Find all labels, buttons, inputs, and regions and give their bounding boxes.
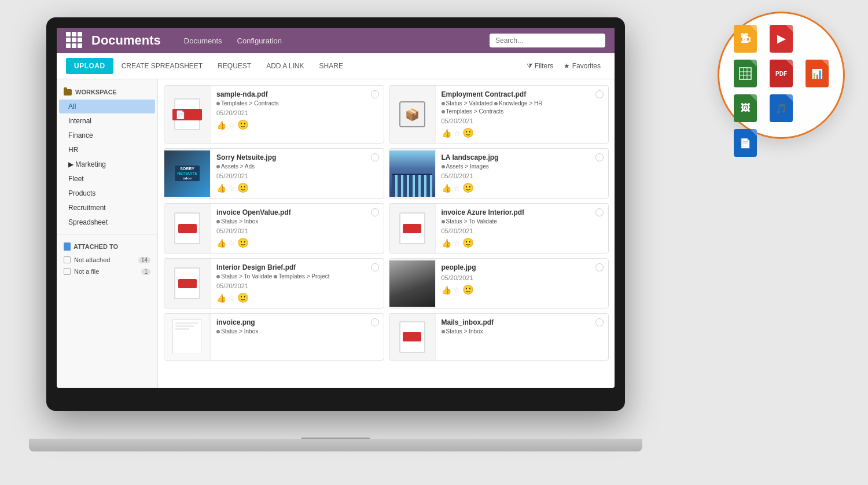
smiley-icon[interactable]: 🙂 (462, 127, 474, 138)
star-icon[interactable]: ☆ (228, 120, 236, 130)
card-checkbox[interactable] (595, 318, 604, 326)
sidebar-item-spreadsheet[interactable]: Spreadsheet (59, 215, 155, 229)
document-file-icon: 📄 (734, 129, 757, 157)
thumbsup-icon[interactable]: 👍 (442, 238, 451, 248)
smiley-icon[interactable]: 🙂 (462, 284, 474, 295)
doc-card-la-landscape[interactable]: LA landscape.jpg Assets > Images 05/20/2… (389, 148, 609, 199)
doc-tag-1: Status > To Validate (216, 273, 272, 280)
doc-title: invoice Azure Interior.pdf (442, 208, 603, 216)
sidebar-item-recruitment[interactable]: Recruitment (59, 201, 155, 215)
doc-tag: Status > Inbox (216, 218, 258, 225)
doc-actions: 👍 ☆ 🙂 (216, 292, 378, 303)
doc-card-sorry[interactable]: SORRY NETSUITE odoo Sorry Netsuite.jpg (164, 148, 384, 199)
card-checkbox[interactable] (371, 318, 379, 326)
not-a-file-checkbox[interactable] (64, 268, 71, 275)
doc-title: invoice OpenValue.pdf (216, 208, 378, 216)
doc-info: invoice Azure Interior.pdf Status > To V… (436, 204, 609, 253)
document-grid: 📄 PDF sample-nda.pdf (164, 85, 609, 361)
star-icon[interactable]: ☆ (453, 128, 461, 138)
sidebar-item-all[interactable]: All (59, 100, 155, 113)
invoice-preview (172, 319, 201, 354)
empty-slot-2 (806, 94, 829, 122)
card-checkbox[interactable] (371, 90, 379, 98)
smiley-icon[interactable]: 🙂 (237, 237, 249, 248)
star-icon[interactable]: ☆ (453, 183, 461, 193)
doc-actions: 👍 ☆ 🙂 (216, 182, 378, 193)
search-input[interactable] (490, 34, 605, 47)
doc-card-invoice-png[interactable]: invoice.png Status > Inbox (164, 313, 384, 361)
nav-link-configuration[interactable]: Configuration (231, 33, 288, 49)
create-spreadsheet-button[interactable]: CREATE SPREADSHEET (115, 58, 209, 74)
pdf-badge: PDF (178, 279, 197, 288)
tag-dot (216, 165, 220, 168)
doc-title: invoice.png (216, 318, 378, 326)
smiley-icon[interactable]: 🙂 (237, 182, 249, 193)
nav-links: Documents Configuration (178, 33, 288, 49)
sidebar-item-marketing[interactable]: ▶ Marketing (59, 157, 155, 171)
thumbsup-icon[interactable]: 👍 (442, 285, 451, 295)
card-checkbox[interactable] (595, 208, 604, 216)
thumbsup-icon[interactable]: 👍 (442, 128, 451, 138)
star-icon[interactable]: ☆ (228, 238, 236, 248)
pdf-badge: PDF (403, 332, 421, 341)
card-checkbox[interactable] (595, 263, 604, 271)
sidebar-item-products[interactable]: Products (59, 186, 155, 200)
star-icon[interactable]: ☆ (453, 285, 461, 295)
doc-card-invoice-azure[interactable]: PDF invoice Azure Interior.pdf (389, 203, 609, 253)
attached-not-a-file[interactable]: Not a file 1 (57, 266, 157, 277)
doc-card-people[interactable]: people.jpg 05/20/2021 👍 ☆ 🙂 (389, 258, 609, 308)
smiley-icon[interactable]: 🙂 (462, 237, 474, 248)
sidebar-item-hr[interactable]: HR (59, 143, 155, 157)
card-checkbox[interactable] (595, 153, 604, 161)
doc-actions: 👍 ☆ 🙂 (442, 284, 603, 295)
doc-tags: Status > To Validate (442, 218, 603, 225)
doc-card-sample-nda[interactable]: 📄 PDF sample-nda.pdf (164, 85, 384, 144)
doc-info: invoice.png Status > Inbox (211, 314, 384, 360)
smiley-icon[interactable]: 🙂 (237, 119, 249, 130)
request-button[interactable]: REQUEST (211, 58, 258, 74)
favorites-button[interactable]: ★ Favorites (559, 59, 605, 73)
not-attached-checkbox[interactable] (64, 256, 71, 263)
doc-tag-2: Knowledge > HR (494, 100, 542, 106)
sidebar-item-internal[interactable]: Internal (59, 114, 155, 128)
doc-info: Mails_inbox.pdf Status > Inbox (436, 314, 609, 360)
star-icon[interactable]: ☆ (453, 238, 461, 248)
star-icon[interactable]: ☆ (228, 293, 236, 303)
thumbsup-icon[interactable]: 👍 (216, 238, 226, 248)
star-icon[interactable]: ☆ (228, 183, 236, 193)
sidebar: WORKSPACE All Internal Finance HR ▶ Mark… (57, 79, 158, 388)
thumbsup-icon[interactable]: 👍 (216, 120, 226, 130)
card-checkbox[interactable] (595, 90, 604, 98)
upload-button[interactable]: UPLOAD (66, 58, 113, 74)
grid-menu-icon[interactable] (66, 32, 83, 49)
doc-card-interior-design[interactable]: PDF Interior Design Brief.pdf (164, 258, 384, 308)
doc-actions: 👍 ☆ 🙂 (216, 237, 378, 248)
nav-link-documents[interactable]: Documents (178, 33, 228, 49)
tag-dot (442, 330, 445, 333)
thumbsup-icon[interactable]: 👍 (442, 183, 451, 193)
sidebar-item-finance[interactable]: Finance (59, 128, 155, 142)
people-image (389, 260, 435, 307)
share-button[interactable]: SHARE (312, 58, 350, 74)
thumbsup-icon[interactable]: 👍 (216, 183, 226, 193)
smiley-icon[interactable]: 🙂 (462, 182, 474, 193)
app-title: Documents (91, 33, 161, 48)
file-type-icons-circle: 🗜 ▶ PDF 📊 🖼 🎵 (718, 12, 845, 139)
doc-title: LA landscape.jpg (442, 153, 603, 161)
card-checkbox[interactable] (371, 153, 379, 161)
sidebar-item-fleet[interactable]: Fleet (59, 172, 155, 186)
doc-card-invoice-openvalue[interactable]: PDF invoice OpenValue.pdf (164, 203, 384, 253)
doc-card-employment[interactable]: 📦 Employment Contract.pdf S (389, 85, 609, 144)
card-checkbox[interactable] (371, 208, 379, 216)
doc-title: Interior Design Brief.pdf (216, 263, 378, 271)
card-checkbox[interactable] (371, 263, 379, 271)
attached-not-attached[interactable]: Not attached 14 (57, 254, 157, 266)
smiley-icon[interactable]: 🙂 (237, 292, 249, 303)
filters-button[interactable]: ⧩ Filters (522, 59, 558, 73)
content-area: WORKSPACE All Internal Finance HR ▶ Mark… (57, 79, 615, 388)
thumbsup-icon[interactable]: 👍 (216, 293, 226, 303)
doc-card-mails-inbox[interactable]: PDF Mails_inbox.pdf (389, 313, 609, 361)
add-link-button[interactable]: ADD A LINK (259, 58, 311, 74)
acrobat-icon: 📄 (175, 110, 185, 119)
doc-info: Interior Design Brief.pdf Status > To Va… (211, 259, 384, 308)
